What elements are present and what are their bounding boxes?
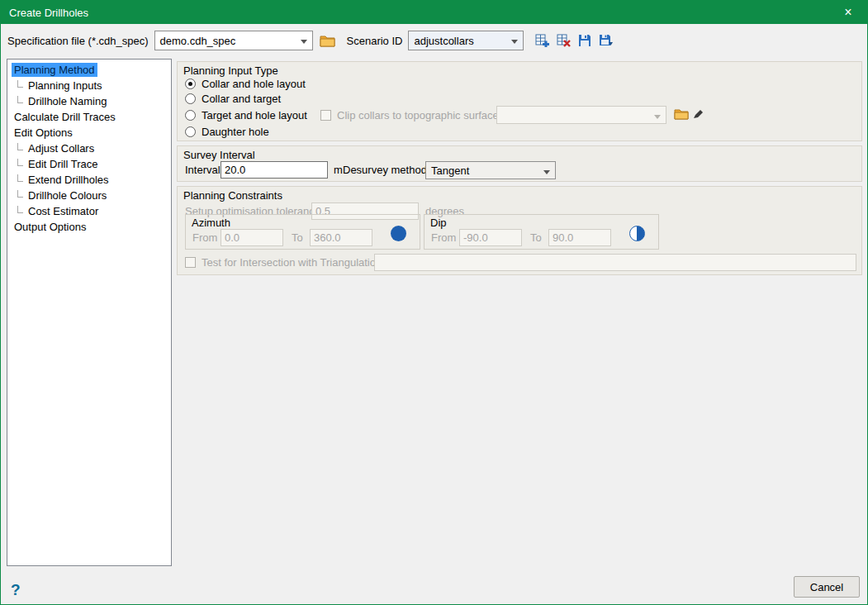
chevron-down-icon[interactable]: [511, 40, 518, 44]
dip-from-label: From: [431, 231, 456, 244]
dip-to-label: To: [530, 231, 542, 244]
browse-spec-folder-button[interactable]: [319, 34, 336, 48]
desurvey-method-combobox[interactable]: Tangent: [425, 161, 556, 179]
azimuth-to-input: [310, 229, 372, 246]
radio-label: Daughter hole: [202, 126, 269, 138]
dip-title: Dip: [430, 217, 447, 229]
chevron-down-icon[interactable]: [543, 170, 550, 174]
window-title: Create Drillholes: [1, 7, 88, 19]
checkbox-label: Test for Intersection with Triangulation…: [202, 256, 387, 269]
planning-constraints-group: Planning Constraints Setup optimisation …: [177, 186, 862, 275]
radio-icon: [185, 126, 196, 137]
floppy-disk-icon: [578, 34, 591, 47]
tree-connector: [17, 206, 23, 213]
azimuth-from-label: From: [192, 231, 217, 244]
sidebar-item-planning-method[interactable]: Planning Method: [7, 62, 171, 78]
sidebar-item-extend-drillholes[interactable]: Extend Drillholes: [7, 172, 171, 188]
settings-tree: Planning Method Planning Inputs Drillhol…: [7, 59, 172, 566]
import-scenario-button[interactable]: [534, 33, 550, 48]
titlebar[interactable]: Create Drillholes ×: [1, 1, 867, 24]
group-title: Survey Interval: [183, 149, 255, 161]
chevron-down-icon: [654, 115, 661, 119]
radio-collar-and-hole-layout[interactable]: Collar and hole layout: [185, 78, 306, 90]
planning-input-type-group: Planning Input Type Collar and hole layo…: [177, 61, 862, 141]
tree-connector: [17, 159, 23, 166]
interval-unit-label: m: [334, 164, 343, 176]
tree-item-label: Adjust Collars: [26, 141, 97, 155]
tree-connector: [17, 96, 23, 103]
azimuth-range-circle-icon: [391, 226, 406, 241]
save-scenario-as-button[interactable]: [598, 33, 614, 48]
dip-to-input: [548, 229, 611, 246]
dip-group: Dip From To: [424, 214, 659, 250]
chevron-down-icon[interactable]: [301, 40, 307, 44]
floppy-disk-save-as-icon: [599, 34, 614, 47]
close-icon[interactable]: ×: [829, 1, 867, 24]
checkbox-label: Clip collars to topographic surface: [337, 109, 499, 121]
tree-connector: [17, 143, 23, 150]
help-button[interactable]: ?: [11, 581, 21, 599]
test-intersection-checkbox: Test for Intersection with Triangulation…: [185, 256, 387, 269]
dip-from-input: [459, 229, 522, 246]
dip-range-circle-icon: [629, 226, 645, 241]
checkbox-icon: [185, 257, 196, 268]
survey-interval-group: Survey Interval Interval m Desurvey meth…: [177, 145, 862, 182]
create-drillholes-dialog: Create Drillholes × Specification file (…: [0, 0, 868, 605]
scenario-id-label: Scenario ID: [347, 35, 403, 47]
pick-surface-button[interactable]: [692, 107, 704, 120]
azimuth-to-label: To: [292, 231, 303, 244]
browse-surface-button[interactable]: [673, 107, 690, 121]
sidebar-item-planning-inputs[interactable]: Planning Inputs: [7, 78, 171, 93]
spec-file-combobox[interactable]: demo.cdh_spec: [154, 31, 313, 50]
sidebar-item-output-options[interactable]: Output Options: [7, 219, 171, 235]
radio-daughter-hole[interactable]: Daughter hole: [185, 126, 269, 138]
sidebar-item-drillhole-naming[interactable]: Drillhole Naming: [7, 93, 171, 109]
sidebar-item-drillhole-colours[interactable]: Drillhole Colours: [7, 188, 171, 203]
desurvey-method-label: Desurvey method: [343, 164, 427, 176]
radio-checked-icon: [185, 79, 196, 89]
tree-item-label: Planning Inputs: [26, 79, 105, 93]
radio-target-and-hole-layout[interactable]: Target and hole layout: [185, 109, 307, 121]
sidebar-item-edit-options[interactable]: Edit Options: [7, 125, 171, 141]
table-delete-icon: [557, 34, 571, 47]
tree-item-label: Edit Options: [12, 126, 75, 140]
delete-scenario-button[interactable]: [556, 33, 572, 48]
folder-icon: [320, 35, 335, 47]
save-scenario-button[interactable]: [577, 33, 592, 48]
tree-item-label: Drillhole Colours: [26, 188, 109, 202]
sidebar-item-edit-drill-trace[interactable]: Edit Drill Trace: [7, 156, 171, 172]
group-title: Planning Input Type: [183, 64, 278, 77]
scenario-id-value: adjustcollars: [414, 35, 473, 47]
azimuth-from-input: [221, 229, 283, 246]
desurvey-method-value: Tangent: [431, 164, 469, 177]
scenario-id-combobox[interactable]: adjustcollars: [408, 31, 524, 50]
sidebar-item-adjust-collars[interactable]: Adjust Collars: [7, 141, 171, 156]
tree-item-label: Edit Drill Trace: [26, 157, 101, 171]
tree-item-label: Planning Method: [12, 63, 97, 77]
folder-icon: [674, 108, 689, 120]
checkbox-icon: [320, 110, 331, 121]
tree-item-label: Extend Drillholes: [26, 173, 111, 187]
tree-connector: [17, 190, 23, 198]
spec-file-label: Specification file (*.cdh_spec): [7, 35, 149, 47]
sidebar-item-calculate-drill-traces[interactable]: Calculate Drill Traces: [7, 109, 171, 125]
spec-file-value: demo.cdh_spec: [160, 35, 236, 47]
topographic-surface-combobox: [496, 106, 666, 124]
cancel-button[interactable]: Cancel: [794, 576, 860, 598]
table-plus-icon: [535, 34, 549, 47]
interval-label: Interval: [185, 164, 221, 176]
tree-item-label: Calculate Drill Traces: [12, 110, 118, 124]
clip-collars-checkbox[interactable]: Clip collars to topographic surface: [320, 109, 499, 121]
tree-item-label: Output Options: [12, 220, 88, 234]
sidebar-item-cost-estimator[interactable]: Cost Estimator: [7, 203, 171, 219]
tree-item-label: Cost Estimator: [26, 204, 101, 218]
tree-item-label: Drillhole Naming: [26, 94, 109, 108]
toolbar: Specification file (*.cdh_spec) demo.cdh…: [1, 24, 867, 57]
interval-input[interactable]: [221, 161, 328, 179]
radio-collar-and-target[interactable]: Collar and target: [185, 93, 281, 105]
azimuth-title: Azimuth: [192, 217, 230, 229]
triangulations-input: [374, 254, 856, 271]
tree-connector: [17, 174, 23, 182]
pencil-pick-icon: [693, 108, 703, 119]
radio-icon: [185, 93, 196, 104]
